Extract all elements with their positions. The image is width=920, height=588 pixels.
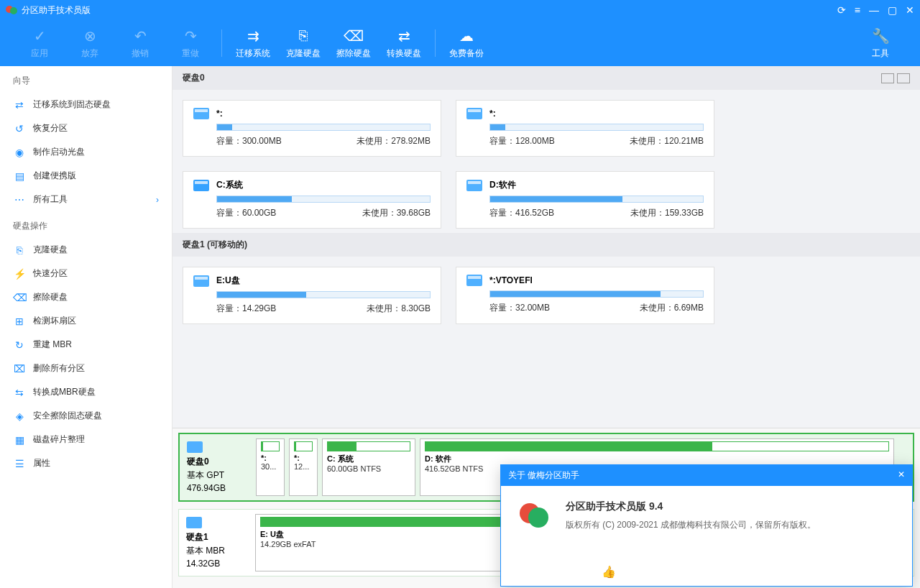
convert-icon: ⇄ xyxy=(398,27,410,45)
tools-button[interactable]: 🔧工具 xyxy=(855,27,906,60)
free-label: 未使用：8.30GB xyxy=(367,303,431,315)
redo-button[interactable]: ↷重做 xyxy=(165,27,216,60)
sidebar-item[interactable]: ◈ 安全擦除固态硬盘 xyxy=(0,404,172,428)
backup-icon: ☁ xyxy=(459,27,474,45)
sidebar-item[interactable]: ▦ 磁盘碎片整理 xyxy=(0,428,172,451)
disk-header-label: 硬盘0 xyxy=(183,72,205,84)
minimize-icon[interactable]: — xyxy=(869,4,879,16)
migrate-icon: ⇉ xyxy=(247,27,259,45)
partition-segment[interactable]: C: 系统 60.00GB NTFS xyxy=(322,438,415,496)
segment-size: 12... xyxy=(294,462,313,471)
disk-header: 硬盘1 (可移动的) xyxy=(172,233,920,257)
thumbs-up-icon[interactable]: 👍 xyxy=(602,565,616,579)
sidebar-item-label: 磁盘碎片整理 xyxy=(33,433,85,446)
segment-bar xyxy=(327,441,410,451)
sidebar-item[interactable]: ⇄ 迁移系统到固态硬盘 xyxy=(0,93,172,116)
discard-button[interactable]: ⊗放弃 xyxy=(65,27,115,60)
sidebar-item-icon: ☰ xyxy=(13,458,26,469)
app-title: 分区助手技术员版 xyxy=(22,4,837,17)
partition-card[interactable]: *: 容量：300.00MB未使用：278.92MB xyxy=(183,100,441,157)
undo-button[interactable]: ↶撤销 xyxy=(115,27,165,60)
sidebar-item-label: 所有工具 xyxy=(33,193,68,206)
sidebar-item-label: 擦除硬盘 xyxy=(33,291,68,303)
sidebar-item-label: 安全擦除固态硬盘 xyxy=(33,410,102,422)
about-close-icon[interactable]: ✕ xyxy=(898,469,905,482)
apply-button[interactable]: ✓应用 xyxy=(14,27,65,60)
sidebar-item[interactable]: ⋯ 所有工具 › xyxy=(0,188,172,211)
sidebar-item-icon: ⊞ xyxy=(13,316,26,327)
partition-name: D:软件 xyxy=(489,179,516,191)
segment-bar xyxy=(425,441,889,451)
disk-icon xyxy=(187,441,203,453)
check-icon: ✓ xyxy=(34,27,46,45)
sidebar-item-label: 转换成MBR硬盘 xyxy=(33,386,96,398)
partition-card[interactable]: D:软件 容量：416.52GB未使用：159.33GB xyxy=(456,171,714,229)
view-toggle[interactable] xyxy=(881,73,910,83)
disk-name: 硬盘0 xyxy=(187,456,249,468)
sidebar-item-icon: ⎘ xyxy=(13,244,26,256)
sidebar-item-icon: ⌫ xyxy=(13,292,26,303)
partition-segment[interactable]: *: 12... xyxy=(289,438,318,496)
sidebar-item-label: 删除所有分区 xyxy=(33,362,85,375)
window-controls: ⟳ ≡ — ▢ ✕ xyxy=(837,4,914,16)
sidebar-item-label: 迁移系统到固态硬盘 xyxy=(33,98,111,111)
segment-bar xyxy=(261,441,280,451)
drive-icon xyxy=(193,275,209,287)
partition-list: 硬盘0 *: 容量：300.00MB未使用：278.92MB *: 容量：128… xyxy=(172,66,920,428)
sidebar-item-icon: ▤ xyxy=(13,170,26,182)
sidebar-item-icon: ⚡ xyxy=(13,268,26,280)
redo-icon: ↷ xyxy=(185,27,197,45)
disk-size: 14.32GB xyxy=(186,559,248,569)
segment-name: D: 软件 xyxy=(425,454,889,464)
sidebar-item-icon: ◉ xyxy=(13,147,26,158)
partition-card[interactable]: C:系统 容量：60.00GB未使用：39.68GB xyxy=(183,171,441,229)
sidebar-item[interactable]: ⇆ 转换成MBR硬盘 xyxy=(0,380,172,404)
clone-button[interactable]: ⎘克隆硬盘 xyxy=(278,27,328,60)
partition-name: *:VTOYEFI xyxy=(489,275,533,285)
close-icon[interactable]: ✕ xyxy=(906,4,914,16)
refresh-icon[interactable]: ⟳ xyxy=(837,4,846,16)
disk-type: 基本 GPT xyxy=(187,469,249,482)
wrench-icon: 🔧 xyxy=(872,27,890,45)
partition-segment[interactable]: *: 30... xyxy=(256,438,285,496)
about-title: 关于 傲梅分区助手 xyxy=(508,469,579,482)
sidebar-item-label: 制作启动光盘 xyxy=(33,146,85,158)
sidebar-item-icon: ⇄ xyxy=(13,99,26,111)
partition-card[interactable]: *: 容量：128.00MB未使用：120.21MB xyxy=(456,100,714,157)
partition-card[interactable]: *:VTOYEFI 容量：32.00MB未使用：6.69MB xyxy=(456,267,714,324)
partition-name: *: xyxy=(489,109,496,119)
sidebar-item-label: 创建便携版 xyxy=(33,170,76,182)
cancel-icon: ⊗ xyxy=(84,27,96,45)
sidebar-item[interactable]: ◉ 制作启动光盘 xyxy=(0,140,172,164)
menu-icon[interactable]: ≡ xyxy=(855,4,860,16)
wipe-button[interactable]: ⌫擦除硬盘 xyxy=(328,27,379,60)
about-logo-icon xyxy=(518,500,550,532)
title-bar: 分区助手技术员版 ⟳ ≡ — ▢ ✕ xyxy=(0,0,920,20)
partition-card[interactable]: E:U盘 容量：14.29GB未使用：8.30GB xyxy=(183,267,441,324)
migrate-button[interactable]: ⇉迁移系统 xyxy=(228,27,278,60)
sidebar-item-label: 重建 MBR xyxy=(33,339,72,351)
sidebar-item[interactable]: ↻ 重建 MBR xyxy=(0,333,172,357)
capacity-label: 容量：60.00GB xyxy=(216,207,276,219)
wizard-group-title: 向导 xyxy=(0,66,172,93)
sidebar-item[interactable]: ⚡ 快速分区 xyxy=(0,262,172,285)
sidebar-item-icon: ↺ xyxy=(13,123,26,134)
convert-button[interactable]: ⇄转换硬盘 xyxy=(379,27,429,60)
drive-icon xyxy=(193,108,209,119)
chevron-right-icon: › xyxy=(156,195,159,205)
sidebar-item[interactable]: ⊞ 检测坏扇区 xyxy=(0,309,172,333)
sidebar-item[interactable]: ↺ 恢复分区 xyxy=(0,116,172,140)
free-label: 未使用：39.68GB xyxy=(362,207,431,219)
drive-icon xyxy=(193,180,209,191)
sidebar-item[interactable]: ⌧ 删除所有分区 xyxy=(0,357,172,380)
backup-button[interactable]: ☁免费备份 xyxy=(441,27,492,60)
capacity-label: 容量：32.00MB xyxy=(489,302,550,314)
sidebar-item[interactable]: ☰ 属性 xyxy=(0,451,172,475)
maximize-icon[interactable]: ▢ xyxy=(888,4,897,16)
sidebar-item[interactable]: ⌫ 擦除硬盘 xyxy=(0,285,172,309)
about-dialog: 关于 傲梅分区助手 ✕ 分区助手技术员版 9.4 版权所有 (C) 2009-2… xyxy=(500,464,913,587)
sidebar-item-icon: ▦ xyxy=(13,434,26,446)
sidebar-item[interactable]: ▤ 创建便携版 xyxy=(0,164,172,188)
sidebar-item[interactable]: ⎘ 克隆硬盘 xyxy=(0,238,172,262)
partition-cards: E:U盘 容量：14.29GB未使用：8.30GB *:VTOYEFI 容量：3… xyxy=(172,257,920,329)
